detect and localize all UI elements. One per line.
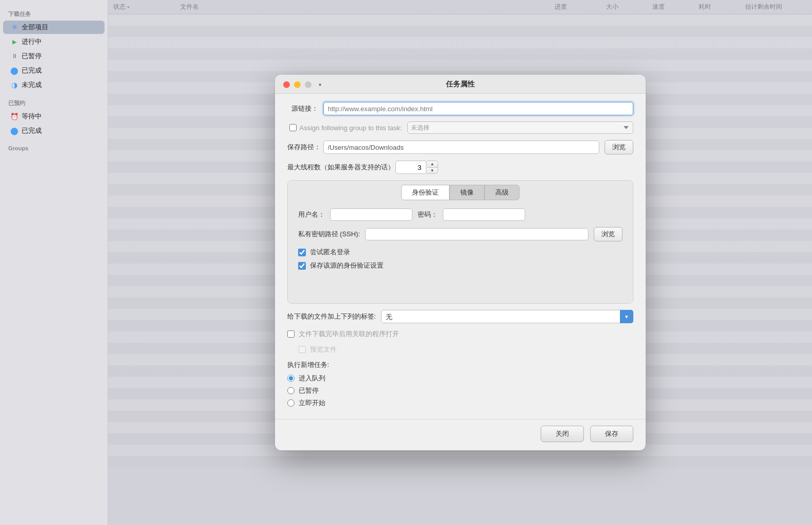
threads-input[interactable] [395, 161, 426, 174]
ssh-key-row: 私有密钥路径 (SSH): 浏览 [298, 227, 623, 241]
password-input[interactable] [443, 208, 525, 221]
threads-label: 最大线程数（如果服务器支持的话）： [287, 163, 390, 172]
tab-advanced[interactable]: 高级 [485, 185, 520, 200]
sidebar-item-label: 全部项目 [22, 23, 48, 32]
sidebar-item-waiting[interactable]: ⏰ 等待中 [3, 110, 105, 123]
sidebar-item-paused[interactable]: ⏸ 已暂停 [3, 49, 105, 63]
password-label: 密码： [418, 210, 438, 219]
threads-row: 最大线程数（如果服务器支持的话）： ▲ ▼ [287, 161, 633, 174]
sidebar-item-all[interactable]: ✳ 全部项目 [3, 21, 105, 34]
preview-row: 预览文件 [287, 345, 633, 354]
sidebar-item-label: 已完成 [22, 126, 42, 135]
save-button[interactable]: 保存 [590, 426, 633, 442]
new-task-label: 执行新增任务: [287, 360, 633, 370]
anonymous-login-row: 尝试匿名登录 [298, 248, 623, 257]
check-circle-icon: ⬤ [10, 66, 19, 75]
radio-paused-row: 已暂停 [287, 386, 633, 395]
save-auth-label[interactable]: 保存该源的身份验证设置 [310, 261, 384, 270]
sidebar-item-label: 等待中 [22, 112, 42, 121]
sidebar-item-completed[interactable]: ⬤ 已完成 [3, 64, 105, 77]
source-url-input[interactable] [323, 102, 633, 115]
sidebar-item-incomplete[interactable]: ◑ 未完成 [3, 78, 105, 92]
modal-overlay: ▾ 任务属性 源链接： Assign following group to th… [108, 0, 812, 525]
sidebar-section-scheduled: 已预约 [0, 95, 108, 109]
radio-queue-row: 进入队列 [287, 374, 633, 383]
radio-start-row: 立即开始 [287, 398, 633, 408]
tab-bar: 身份验证 镜像 高级 [288, 181, 633, 200]
stepper-down-button[interactable]: ▼ [427, 168, 438, 174]
open-after-checkbox[interactable] [287, 330, 295, 338]
dialog-body: 源链接： Assign following group to this task… [275, 94, 646, 419]
clock-icon: ⏰ [10, 112, 19, 120]
save-path-label: 保存路径： [287, 143, 318, 152]
open-after-row: 文件下载完毕后用关联的程序打开 [287, 329, 633, 339]
sidebar-item-label: 已暂停 [22, 51, 42, 61]
sidebar-section-download: 下载任务 [0, 6, 108, 20]
ssh-label: 私有密钥路径 (SSH): [298, 230, 360, 239]
sidebar-item-sched-completed[interactable]: ⬤ 已完成 [3, 124, 105, 137]
stepper-up-button[interactable]: ▲ [427, 161, 438, 168]
dialog: ▾ 任务属性 源链接： Assign following group to th… [275, 75, 646, 450]
check-circle-icon-2: ⬤ [10, 127, 19, 135]
traffic-lights: ▾ [283, 81, 324, 88]
dialog-titlebar: ▾ 任务属性 [275, 75, 646, 94]
dialog-footer: 关闭 保存 [275, 419, 646, 450]
tag-select[interactable]: 无 [381, 310, 633, 323]
source-url-row: 源链接： [287, 102, 633, 115]
tab-auth[interactable]: 身份验证 [401, 185, 450, 200]
play-icon: ▶ [10, 38, 19, 46]
window-menu-button[interactable]: ▾ [317, 81, 324, 88]
dialog-title: 任务属性 [446, 80, 475, 89]
open-after-label[interactable]: 文件下载完毕后用关联的程序打开 [299, 329, 399, 339]
tab-content-auth: 用户名： 密码： 私有密钥路径 (SSH): 浏览 [288, 200, 633, 303]
group-checkbox[interactable] [289, 124, 297, 131]
pause-icon: ⏸ [10, 52, 19, 60]
group-checkbox-label[interactable]: Assign following group to this task: [289, 124, 402, 132]
group-select[interactable]: 未选择 [407, 121, 633, 134]
maximize-window-button[interactable] [305, 81, 312, 88]
half-circle-icon: ◑ [10, 81, 19, 89]
save-path-input[interactable] [323, 141, 599, 154]
snowflake-icon: ✳ [10, 23, 19, 31]
sidebar-item-label: 已完成 [22, 66, 42, 75]
radio-paused[interactable] [287, 387, 295, 394]
minimize-window-button[interactable] [294, 81, 301, 88]
preview-label[interactable]: 预览文件 [310, 345, 337, 354]
anonymous-login-label[interactable]: 尝试匿名登录 [310, 248, 350, 257]
sidebar-item-in-progress[interactable]: ▶ 进行中 [3, 35, 105, 48]
tab-mirror[interactable]: 镜像 [450, 185, 485, 200]
main-area: 状态 ▾ 文件名 进度 大小 速度 耗时 估计剩余时间 for(let i=0;… [108, 0, 812, 525]
browse-ssh-button[interactable]: 浏览 [594, 227, 623, 241]
radio-queue[interactable] [287, 375, 295, 382]
threads-stepper: ▲ ▼ [427, 161, 438, 174]
preview-checkbox[interactable] [299, 346, 306, 353]
sidebar-section-groups: Groups [0, 141, 108, 153]
new-task-section: 执行新增任务: 进入队列 已暂停 立即开始 [287, 360, 633, 411]
save-path-row: 保存路径： 浏览 [287, 140, 633, 154]
tag-select-wrap: 无 ▾ [381, 310, 633, 323]
radio-start-now[interactable] [287, 399, 295, 407]
ssh-input[interactable] [365, 228, 588, 240]
tab-panel: 身份验证 镜像 高级 用户名： 密码： [287, 180, 633, 304]
save-auth-checkbox[interactable] [298, 262, 306, 270]
radio-paused-label[interactable]: 已暂停 [299, 386, 319, 395]
radio-start-label[interactable]: 立即开始 [299, 398, 325, 408]
close-dialog-button[interactable]: 关闭 [541, 426, 584, 442]
tag-row: 给下载的文件加上下列的标签: 无 ▾ [287, 310, 633, 323]
group-assign-row: Assign following group to this task: 未选择 [287, 121, 633, 134]
anonymous-login-checkbox[interactable] [298, 249, 306, 256]
browse-path-button[interactable]: 浏览 [604, 140, 633, 154]
source-url-label: 源链接： [287, 104, 318, 113]
sidebar-item-label: 未完成 [22, 80, 42, 90]
close-window-button[interactable] [283, 81, 290, 88]
sidebar: 下载任务 ✳ 全部项目 ▶ 进行中 ⏸ 已暂停 ⬤ 已完成 ◑ 未完成 已预约 … [0, 0, 108, 525]
save-auth-row: 保存该源的身份验证设置 [298, 261, 623, 270]
sidebar-item-label: 进行中 [22, 37, 42, 46]
username-input[interactable] [330, 208, 412, 221]
tag-label: 给下载的文件加上下列的标签: [287, 312, 376, 321]
auth-credentials-row: 用户名： 密码： [298, 208, 623, 221]
radio-queue-label[interactable]: 进入队列 [299, 374, 325, 383]
threads-input-wrap: ▲ ▼ [395, 161, 438, 174]
username-label: 用户名： [298, 210, 325, 219]
